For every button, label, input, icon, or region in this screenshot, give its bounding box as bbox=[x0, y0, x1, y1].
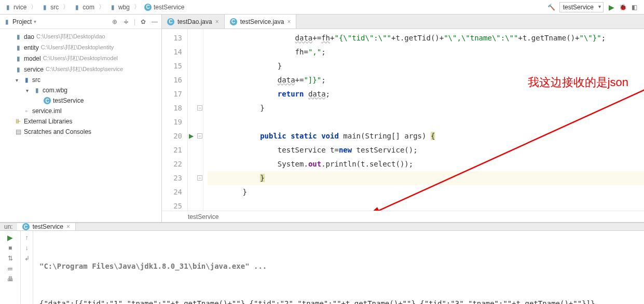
tree-item[interactable]: ▾▮com.wbg bbox=[0, 85, 161, 95]
code-line[interactable]: System.out.println(t.select()); bbox=[208, 157, 644, 171]
hide-icon[interactable]: — bbox=[151, 18, 158, 25]
run-tab-label: testService bbox=[33, 223, 63, 230]
line-number: 20 bbox=[162, 129, 182, 143]
tab-label: testService.java bbox=[240, 18, 284, 25]
folder-icon: ▮ bbox=[33, 87, 40, 94]
code-line[interactable]: } bbox=[208, 185, 644, 199]
run-icon[interactable]: ▶ bbox=[608, 4, 615, 11]
breadcrumb-item[interactable]: ▮rvice bbox=[2, 3, 29, 12]
code-content[interactable]: data+=fh+"{\"tid\":\""+t.getTid()+"\",\"… bbox=[203, 29, 644, 211]
code-line[interactable]: } bbox=[208, 171, 644, 185]
code-line[interactable]: testService t=new testService(); bbox=[208, 143, 644, 157]
fold-icon[interactable]: − bbox=[197, 105, 202, 110]
run-config-select[interactable]: testService bbox=[559, 2, 604, 12]
tree-item[interactable]: ▾▮src bbox=[0, 75, 161, 85]
code-line[interactable] bbox=[208, 199, 644, 211]
line-gutter: 13141516171819202122232425 bbox=[162, 29, 188, 211]
breadcrumb-item[interactable]: ▮wbg bbox=[107, 3, 132, 12]
code-line[interactable]: } bbox=[208, 101, 644, 115]
fold-icon[interactable]: − bbox=[197, 175, 202, 181]
tree-item[interactable]: ⊪External Libraries bbox=[0, 116, 161, 127]
line-number: 22 bbox=[162, 157, 182, 171]
breadcrumb-item[interactable]: CtestService bbox=[142, 3, 186, 12]
code-line[interactable]: data+=fh+"{\"tid\":\""+t.getTid()+"\",\"… bbox=[208, 31, 644, 45]
tree-item[interactable]: ▫service.iml bbox=[0, 106, 161, 116]
expand-icon[interactable]: ▾ bbox=[16, 77, 21, 83]
breadcrumb-separator: 〉 bbox=[133, 3, 141, 11]
folder-icon: ▮ bbox=[109, 4, 116, 11]
breadcrumb-label: testService bbox=[154, 4, 184, 11]
breadcrumb-item[interactable]: ▮com bbox=[71, 3, 97, 12]
code-editor[interactable]: 13141516171819202122232425 ▶ −−− data+=f… bbox=[162, 29, 644, 211]
stop-icon[interactable]: ■ bbox=[7, 244, 14, 252]
tree-label: service.iml bbox=[32, 107, 62, 115]
layout-icon[interactable]: ⇅ bbox=[7, 255, 14, 262]
breadcrumb-item[interactable]: ▮src bbox=[39, 3, 61, 12]
close-icon[interactable]: × bbox=[287, 18, 291, 25]
tree-item[interactable]: CtestService bbox=[0, 95, 161, 106]
project-icon: ▮ bbox=[3, 18, 10, 25]
fold-gutter[interactable]: −−− bbox=[196, 29, 203, 211]
fold-icon[interactable]: − bbox=[197, 133, 202, 139]
dropdown-icon[interactable]: ▾ bbox=[34, 19, 36, 24]
run-gutter[interactable]: ▶ bbox=[188, 29, 196, 211]
class-icon: C bbox=[44, 97, 51, 104]
breadcrumb-label: src bbox=[50, 4, 59, 11]
project-title[interactable]: Project bbox=[12, 18, 32, 25]
line-number: 13 bbox=[162, 31, 182, 45]
expand-icon[interactable]: ▾ bbox=[26, 88, 31, 93]
console-command: "C:\Program Files\Java\jdk1.8.0_31\bin\j… bbox=[39, 260, 638, 272]
settings-icon[interactable]: ✿ bbox=[140, 18, 147, 25]
tree-item[interactable]: ▮dao C:\Users\邦杠\Desktop\dao bbox=[0, 31, 161, 42]
collapse-icon[interactable]: ≑ bbox=[122, 18, 130, 25]
annotation-text: 我这边接收的是json bbox=[528, 75, 628, 90]
wrap-icon[interactable]: ↲ bbox=[23, 255, 31, 262]
print-icon[interactable]: 🖶 bbox=[7, 275, 14, 283]
folder-icon: ▮ bbox=[15, 44, 22, 51]
console-output[interactable]: "C:\Program Files\Java\jdk1.8.0_31\bin\j… bbox=[33, 231, 644, 304]
breadcrumb-separator: 〉 bbox=[98, 3, 106, 11]
run-toolbar-left: ▶ ■ ⇅ ⩸ 🖶 bbox=[0, 231, 21, 304]
tree-label: com.wbg bbox=[43, 87, 67, 94]
line-number: 25 bbox=[162, 199, 182, 211]
divider: | bbox=[134, 18, 135, 25]
project-tree[interactable]: ▮dao C:\Users\邦杠\Desktop\dao▮entity C:\U… bbox=[0, 29, 161, 222]
filter-icon[interactable]: ⩸ bbox=[7, 265, 14, 272]
tree-item[interactable]: ▮entity C:\Users\邦杠\Desktop\entity bbox=[0, 42, 161, 53]
editor-area: CtestDao.java×CtestService.java× 1314151… bbox=[162, 15, 644, 222]
build-icon[interactable]: 🔨 bbox=[548, 4, 555, 11]
line-number: 23 bbox=[162, 171, 182, 185]
project-header: ▮ Project ▾ ⊕ ≑ | ✿ — bbox=[0, 15, 161, 29]
tree-path: C:\Users\邦杠\Desktop\dao bbox=[36, 33, 105, 40]
tree-item[interactable]: ▮model C:\Users\邦杠\Desktop\model bbox=[0, 53, 161, 64]
editor-tabs: CtestDao.java×CtestService.java× bbox=[162, 15, 644, 29]
run-line-icon[interactable]: ▶ bbox=[189, 132, 194, 140]
tree-label: entity bbox=[24, 44, 39, 51]
code-line[interactable]: fh=","; bbox=[208, 45, 644, 59]
coverage-icon[interactable]: ◧ bbox=[631, 4, 638, 11]
code-line[interactable] bbox=[208, 115, 644, 129]
run-tab[interactable]: C testService × bbox=[17, 223, 76, 230]
locate-icon[interactable]: ⊕ bbox=[111, 18, 118, 25]
down-icon[interactable]: ↓ bbox=[23, 244, 31, 252]
run-tab-bar: un: C testService × bbox=[0, 223, 644, 231]
tree-item[interactable]: ▮service C:\Users\邦杠\Desktop\service bbox=[0, 64, 161, 75]
code-line[interactable]: } bbox=[208, 59, 644, 73]
close-icon[interactable]: × bbox=[215, 18, 219, 25]
console-line: {"data":[{"tid":"1","tname":""+t.getTnam… bbox=[39, 297, 638, 304]
rerun-icon[interactable]: ▶ bbox=[7, 234, 14, 241]
up-icon[interactable]: ↑ bbox=[23, 234, 31, 241]
code-line[interactable]: public static void main(String[] args) { bbox=[208, 129, 644, 143]
run-toolbar-left2: ↑ ↓ ↲ bbox=[21, 231, 33, 304]
close-icon[interactable]: × bbox=[66, 223, 70, 230]
line-number: 16 bbox=[162, 73, 182, 87]
debug-icon[interactable]: 🐞 bbox=[619, 4, 626, 11]
tree-item[interactable]: ▤Scratches and Consoles bbox=[0, 127, 161, 137]
line-number: 21 bbox=[162, 143, 182, 157]
editor-breadcrumb-item[interactable]: testService bbox=[188, 213, 218, 220]
editor-tab[interactable]: CtestDao.java× bbox=[162, 15, 225, 29]
line-number: 19 bbox=[162, 115, 182, 129]
editor-tab[interactable]: CtestService.java× bbox=[225, 15, 297, 29]
breadcrumb: ▮rvice〉▮src〉▮com〉▮wbg〉CtestService bbox=[2, 3, 548, 12]
editor-breadcrumb[interactable]: testService bbox=[162, 211, 644, 222]
